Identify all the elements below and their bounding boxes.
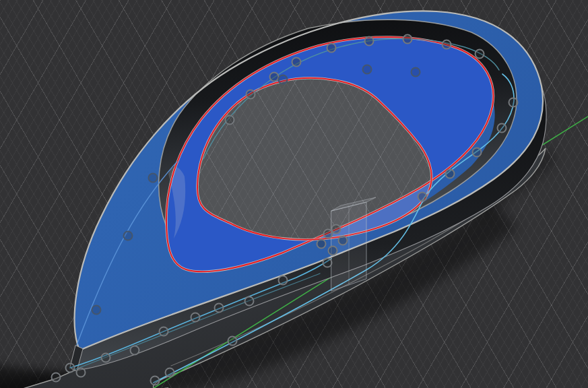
spline-control-point[interactable]	[131, 346, 139, 355]
scene-svg	[0, 0, 588, 388]
spline-control-point[interactable]	[166, 368, 174, 377]
spline-control-point[interactable]	[365, 37, 374, 46]
spline-control-point[interactable]	[446, 170, 455, 179]
spline-control-point[interactable]	[226, 116, 234, 125]
spline-control-point[interactable]	[473, 148, 482, 157]
spline-control-point[interactable]	[476, 50, 484, 59]
spline-control-point[interactable]	[443, 40, 451, 49]
spline-control-point[interactable]	[498, 124, 507, 133]
spline-control-point[interactable]	[160, 327, 168, 336]
spline-control-point[interactable]	[92, 306, 101, 315]
spline-control-point[interactable]	[124, 232, 133, 240]
viewport-3d[interactable]	[0, 0, 588, 388]
spline-control-point[interactable]	[403, 35, 412, 44]
spline-control-point[interactable]	[279, 75, 288, 84]
spline-control-point[interactable]	[77, 368, 86, 377]
spline-control-point[interactable]	[151, 377, 160, 385]
spline-control-point[interactable]	[247, 90, 255, 99]
spline-control-point[interactable]	[52, 373, 61, 382]
spline-control-point[interactable]	[332, 225, 341, 234]
spline-control-point[interactable]	[149, 174, 158, 183]
spline-control-point[interactable]	[339, 236, 348, 245]
spline-control-point[interactable]	[329, 247, 337, 255]
spline-control-point[interactable]	[412, 68, 420, 77]
spline-control-point[interactable]	[228, 337, 237, 346]
spline-control-point[interactable]	[270, 73, 279, 82]
spline-control-point[interactable]	[215, 304, 224, 313]
spline-control-point[interactable]	[327, 44, 336, 53]
spline-control-point[interactable]	[324, 230, 333, 238]
spline-control-point[interactable]	[245, 297, 254, 306]
spline-control-point[interactable]	[509, 98, 518, 107]
spline-control-point[interactable]	[418, 193, 427, 201]
spline-control-point[interactable]	[292, 58, 301, 67]
spline-control-point[interactable]	[279, 276, 288, 285]
spline-control-point[interactable]	[317, 240, 326, 249]
spline-control-point[interactable]	[191, 313, 200, 322]
spline-control-point[interactable]	[323, 259, 332, 267]
spline-control-point[interactable]	[363, 65, 372, 74]
spline-control-point[interactable]	[66, 364, 75, 373]
scene-content	[0, 11, 588, 388]
spline-control-point[interactable]	[102, 354, 110, 362]
